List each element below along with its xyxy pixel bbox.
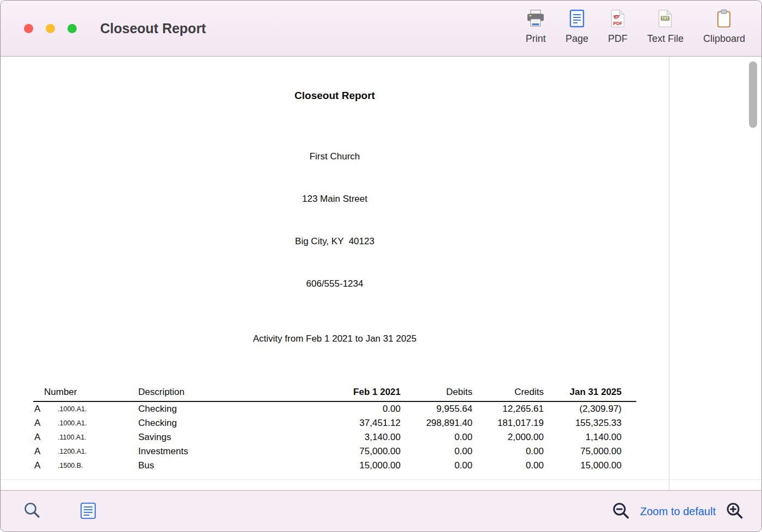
row-begin-balance: 75,000.00 [263,446,401,457]
row-credits: 12,265.61 [472,404,544,415]
phone-number: 606/555-1234 [1,277,669,291]
row-account-number: .1000.A1. [58,419,138,427]
zoom-in-button[interactable] [726,502,744,522]
row-end-balance: 15,000.00 [544,460,636,471]
zoom-out-icon [612,502,630,522]
table-rows: A.1000.A1.Checking0.009,955.6412,265.61(… [33,402,636,473]
row-end-balance: (2,309.97) [544,404,636,415]
row-account-number: .1500.B. [58,462,138,469]
row-account-number: .1100.A1. [58,434,138,441]
row-debits: 0.00 [401,432,472,443]
zoom-to-default-link[interactable]: Zoom to default [640,505,716,518]
text-file-icon: TXT [657,9,673,29]
page-label: Page [566,33,588,45]
search-button[interactable] [22,501,42,522]
zoom-out-button[interactable] [612,502,630,522]
row-description: Bus [138,460,263,471]
print-button[interactable]: Print [526,9,546,45]
row-debits: 298,891.40 [401,418,472,429]
row-account-number: .1000.A1. [58,405,138,413]
header-credits: Credits [472,387,544,398]
clipboard-label: Clipboard [703,33,745,45]
table-row: A.1500.B.Bus15,000.000.000.0015,000.00 [33,459,636,473]
vertical-scrollbar-thumb[interactable] [749,61,757,128]
activity-range: Activity from Feb 1 2021 to Jan 31 2025 [1,333,669,344]
close-button[interactable] [24,24,33,33]
pdf-icon: PDF [610,9,625,29]
row-debits: 0.00 [401,460,472,471]
header-begin-date: Feb 1 2021 [263,387,401,398]
toolbar: Print Page [526,9,745,45]
report-title: Closeout Report [1,90,669,102]
row-description: Checking [138,404,263,415]
row-debits: 9,955.64 [401,404,472,415]
row-begin-balance: 0.00 [263,404,401,415]
report-viewport: Closeout Report First Church 123 Main St… [1,57,762,490]
text-file-label: Text File [647,33,684,45]
clipboard-icon [717,9,731,29]
row-end-balance: 1,140.00 [544,432,636,443]
row-debits: 0.00 [401,446,472,457]
zoom-window-button[interactable] [67,24,77,33]
page-button[interactable]: Page [566,9,588,45]
header-end-date: Jan 31 2025 [544,387,636,398]
table-row: A.1000.A1.Checking0.009,955.6412,265.61(… [33,402,636,416]
svg-text:PDF: PDF [613,21,622,26]
text-view-icon [80,502,96,521]
row-begin-balance: 3,140.00 [263,432,401,443]
window-title: Closeout Report [100,21,206,36]
row-type: A [33,418,58,429]
pdf-label: PDF [608,33,628,45]
print-label: Print [526,33,546,45]
row-begin-balance: 37,451.12 [263,418,401,429]
row-credits: 0.00 [472,446,544,457]
report-table: Number Description Feb 1 2021 Debits Cre… [33,385,636,473]
row-credits: 181,017.19 [472,418,544,429]
titlebar: Closeout Report Print [1,1,761,57]
row-type: A [33,432,58,443]
row-type: A [33,404,58,415]
search-icon [22,501,42,522]
row-description: Savings [138,432,263,443]
table-row: A.1100.A1.Savings3,140.000.002,000.001,1… [33,430,636,444]
header-number: Number [33,387,138,398]
row-description: Checking [138,418,263,429]
row-type: A [33,460,58,471]
app-window: Closeout Report Print [0,0,762,532]
text-view-button[interactable] [80,502,96,521]
row-credits: 2,000.00 [472,432,544,443]
row-account-number: .1200.A1. [58,448,138,455]
page-icon [569,9,585,29]
clipboard-button[interactable]: Clipboard [703,9,745,45]
table-row: A.1200.A1.Investments75,000.000.000.0075… [33,444,636,459]
table-row: A.1000.A1.Checking37,451.12298,891.40181… [33,416,636,430]
page-edge-divider [669,57,669,490]
traffic-lights [24,24,77,33]
table-header-row: Number Description Feb 1 2021 Debits Cre… [33,385,636,398]
row-end-balance: 75,000.00 [544,446,636,457]
row-begin-balance: 15,000.00 [263,460,401,471]
header-debits: Debits [401,387,472,398]
row-type: A [33,446,58,457]
text-file-button[interactable]: TXT Text File [647,9,684,45]
minimize-button[interactable] [46,24,55,33]
pdf-button[interactable]: PDF PDF [608,9,628,45]
statusbar: Zoom to default [1,490,762,532]
address-line-2: Big City, KY 40123 [1,234,669,249]
svg-text:TXT: TXT [662,16,668,20]
horizontal-divider [1,479,762,480]
row-description: Investments [138,446,263,457]
header-description: Description [138,387,263,398]
row-end-balance: 155,325.33 [544,418,636,429]
org-name: First Church [1,150,669,164]
zoom-in-icon [726,502,744,522]
report-document: Closeout Report First Church 123 Main St… [1,57,669,473]
address-line-1: 123 Main Street [1,192,669,206]
printer-icon [526,9,545,29]
row-credits: 0.00 [472,460,544,471]
